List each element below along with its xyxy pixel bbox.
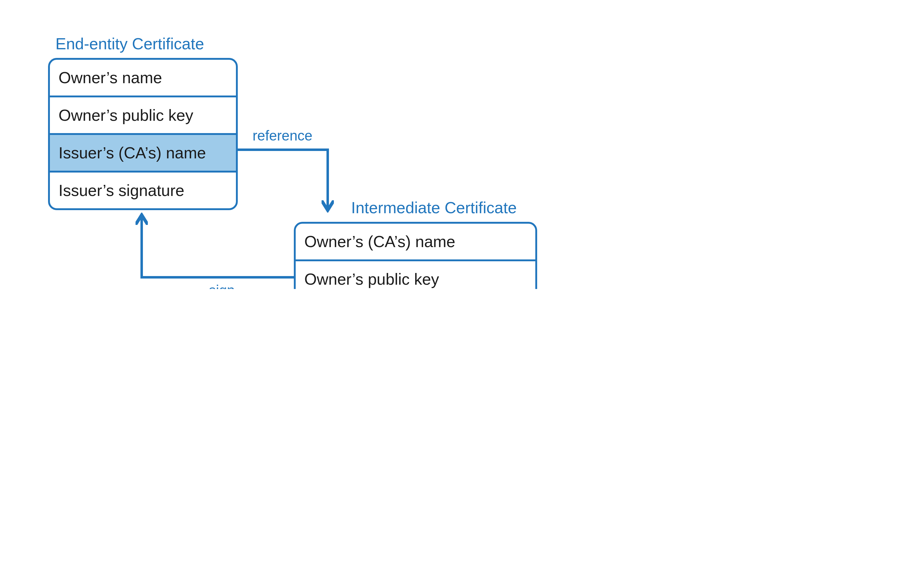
intermediate-certificate: Owner’s (CA’s) name Owner’s public key I… (294, 222, 537, 289)
end-entity-row-issuer-name: Issuer’s (CA’s) name (50, 133, 236, 171)
intermediate-row-owner-name: Owner’s (CA’s) name (296, 224, 535, 260)
label-sign-1: sign (209, 282, 235, 289)
end-entity-row-issuer-sig: Issuer’s signature (50, 171, 236, 208)
arrow-reference-1 (238, 150, 328, 208)
certificate-chain-diagram: End-entity Certificate Owner’s name Owne… (0, 0, 924, 289)
arrow-sign-1 (142, 217, 294, 277)
label-reference-1: reference (253, 128, 312, 144)
end-entity-row-owner-name: Owner’s name (50, 60, 236, 96)
end-entity-certificate: Owner’s name Owner’s public key Issuer’s… (48, 58, 238, 210)
end-entity-row-owner-key: Owner’s public key (50, 96, 236, 133)
end-entity-title: End-entity Certificate (55, 34, 204, 54)
intermediate-title: Intermediate Certificate (351, 198, 517, 218)
intermediate-row-owner-key: Owner’s public key (296, 260, 535, 289)
